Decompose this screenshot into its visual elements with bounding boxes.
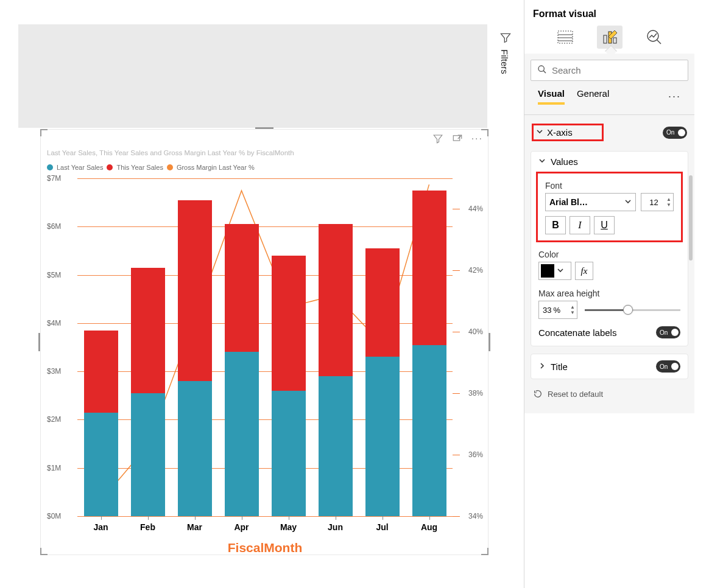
underline-button[interactable]: U (594, 216, 615, 234)
resize-handle-br[interactable] (481, 548, 489, 555)
resize-handle-top[interactable] (255, 127, 273, 131)
x-axis-tick: Jun (328, 522, 343, 532)
color-label: Color (531, 246, 688, 262)
subtab-more-icon[interactable]: ··· (668, 90, 681, 103)
bar-segment-last-year[interactable] (225, 352, 259, 516)
bar-segment-last-year[interactable] (319, 376, 353, 516)
x-axis-toggle[interactable]: On (663, 127, 687, 139)
concatenate-labels-label: Concatenate labels (538, 327, 656, 338)
bar-segment-last-year[interactable] (365, 357, 400, 516)
spin-up-icon[interactable]: ▲ (666, 197, 671, 202)
bar-segment-last-year[interactable] (412, 345, 446, 516)
x-axis-tick: Jan (93, 522, 108, 532)
tab-format-icon[interactable] (597, 26, 623, 49)
concatenate-labels-toggle[interactable]: On (656, 326, 680, 338)
font-size-spinner[interactable]: 12 ▲▼ (641, 193, 674, 211)
filters-pane-label[interactable]: Filters (499, 49, 510, 74)
subtab-general[interactable]: General (577, 88, 609, 105)
resize-handle-right[interactable] (487, 333, 490, 351)
bar-group[interactable] (225, 178, 259, 516)
resize-handle-left[interactable] (38, 333, 42, 351)
color-picker[interactable] (538, 262, 571, 280)
max-area-height-slider[interactable] (585, 301, 680, 319)
max-area-height-spinner[interactable]: 33 % ▲▼ (538, 301, 577, 319)
chart-visual-container[interactable]: ··· Last Year Sales, This Year Sales and… (40, 129, 489, 555)
tab-analytics-icon[interactable] (641, 26, 667, 49)
resize-handle-bl[interactable] (40, 548, 48, 555)
panel-scrollbar[interactable] (689, 175, 693, 261)
bar-segment-this-year[interactable] (365, 248, 400, 357)
search-icon (537, 65, 547, 76)
italic-button[interactable]: I (570, 216, 590, 234)
tab-build-icon[interactable] (552, 26, 578, 49)
format-panel: Format visual Visual General ··· X-axis … (524, 0, 694, 588)
bar-segment-last-year[interactable] (178, 381, 212, 516)
section-values[interactable]: Values (551, 156, 680, 167)
y-axis-tick: $6M (47, 222, 61, 231)
section-title[interactable]: Title (551, 362, 651, 372)
y-axis-tick: $5M (47, 271, 61, 279)
x-axis-title: FiscalMonth (228, 541, 303, 555)
reset-to-default[interactable]: Reset to default (524, 379, 694, 408)
bar-segment-this-year[interactable] (84, 331, 118, 413)
filter-icon[interactable] (432, 133, 443, 146)
chart-title: Last Year Sales, This Year Sales and Gro… (47, 149, 294, 156)
canvas-blank-area (18, 24, 487, 128)
legend-swatch-last-year (47, 164, 53, 170)
y-axis-tick: $4M (47, 319, 61, 327)
bar-segment-this-year[interactable] (319, 224, 353, 376)
reset-label: Reset to default (548, 390, 603, 399)
bar-segment-last-year[interactable] (131, 393, 165, 516)
max-area-height-label: Max area height (531, 285, 688, 301)
bold-button[interactable]: B (545, 216, 566, 234)
y2-axis-tick: 40% (468, 327, 483, 336)
y-axis-tick: $2M (47, 415, 61, 424)
y2-axis-tick: 34% (468, 512, 483, 520)
pane-title: Format visual (524, 0, 694, 24)
fx-button[interactable]: fx (575, 262, 593, 280)
chevron-right-icon[interactable] (538, 362, 546, 371)
font-family-select[interactable]: Arial Bl… (545, 193, 636, 211)
chevron-down-icon[interactable] (536, 128, 543, 137)
y2-axis-tick: 42% (468, 266, 483, 275)
resize-handle-tl[interactable] (40, 129, 48, 136)
bar-segment-this-year[interactable] (131, 268, 165, 393)
search-input[interactable] (552, 65, 682, 75)
bar-segment-this-year[interactable] (412, 191, 446, 345)
grid-line (77, 516, 453, 517)
chevron-down-icon[interactable] (538, 157, 546, 166)
chart-plot-area: FiscalMonth $0M$1M$2M$3M$4M$5M$6M$7M34%3… (47, 178, 483, 544)
bar-group[interactable] (412, 178, 446, 516)
font-size-value: 12 (641, 198, 666, 207)
svg-rect-5 (604, 35, 607, 43)
bar-segment-last-year[interactable] (84, 413, 118, 516)
bar-group[interactable] (178, 178, 212, 516)
search-box[interactable] (531, 60, 688, 81)
x-axis-tick: May (280, 522, 297, 532)
bar-segment-this-year[interactable] (272, 256, 306, 391)
y-axis-tick: $7M (47, 174, 61, 183)
subtab-visual[interactable]: Visual (538, 88, 565, 105)
legend-label: Last Year Sales (57, 164, 103, 171)
title-toggle[interactable]: On (656, 360, 680, 373)
chevron-down-icon (557, 267, 564, 276)
more-options-icon[interactable]: ··· (471, 133, 483, 146)
legend-label: Gross Margin Last Year % (177, 164, 255, 171)
section-x-axis[interactable]: X-axis (547, 127, 573, 138)
spin-down-icon[interactable]: ▼ (570, 310, 575, 315)
spin-down-icon[interactable]: ▼ (666, 202, 671, 208)
bar-group[interactable] (84, 178, 118, 516)
bar-group[interactable] (365, 178, 400, 516)
bar-segment-last-year[interactable] (272, 391, 306, 516)
bar-group[interactable] (131, 178, 165, 516)
legend-swatch-margin (167, 164, 173, 170)
bar-group[interactable] (272, 178, 306, 516)
filters-pane-icon[interactable] (499, 37, 512, 46)
focus-mode-icon[interactable] (452, 133, 463, 146)
bar-segment-this-year[interactable] (178, 200, 212, 381)
bar-segment-this-year[interactable] (225, 224, 259, 352)
spin-up-icon[interactable]: ▲ (570, 304, 575, 310)
bar-group[interactable] (319, 178, 353, 516)
percent-symbol: % (553, 306, 560, 315)
svg-rect-1 (558, 31, 573, 43)
